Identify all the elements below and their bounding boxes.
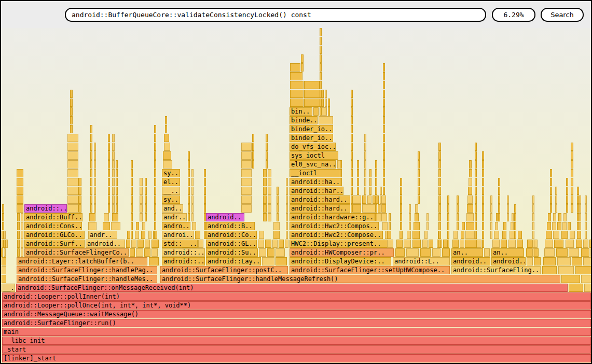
frame-small[interactable] [191,195,194,204]
frame-small[interactable] [375,204,377,213]
frame-small[interactable] [498,187,500,195]
frame[interactable]: __libc_init [2,337,591,345]
frame-small[interactable] [127,231,130,239]
frame-small[interactable] [154,151,156,160]
frame-small[interactable] [571,160,573,169]
frame-small[interactable] [418,195,420,204]
frame-small[interactable] [546,231,552,239]
frame-small[interactable] [557,257,571,265]
frame-small[interactable] [550,195,552,204]
frame-small[interactable] [108,169,110,177]
frame-small[interactable] [475,213,477,221]
frame-small[interactable] [320,107,322,116]
frame-small[interactable] [241,178,252,186]
frame[interactable]: android::hard.. [290,195,350,204]
frame-small[interactable] [328,99,330,107]
frame-small[interactable] [112,160,115,169]
frame-small[interactable] [357,178,359,186]
frame-small[interactable] [164,134,169,142]
frame-small[interactable] [351,178,353,186]
frame-small[interactable] [351,187,353,195]
frame-small[interactable] [482,204,484,213]
frame-small[interactable] [579,204,581,213]
frame-small[interactable] [252,151,254,160]
frame-small[interactable] [112,213,118,221]
frame-small[interactable] [584,284,592,292]
frame-small[interactable] [277,187,279,195]
frame-small[interactable] [514,213,516,221]
frame-small[interactable] [241,143,252,151]
frame-small[interactable] [357,187,359,195]
frame-small[interactable] [364,151,366,160]
frame-small[interactable] [154,222,156,230]
frame-small[interactable] [418,151,420,160]
frame-small[interactable] [383,81,385,89]
frame-small[interactable] [268,178,271,186]
frame-small[interactable] [414,222,420,230]
frame-small[interactable] [387,231,391,239]
frame-small[interactable] [188,151,190,160]
frame-small[interactable] [2,275,6,283]
frame-small[interactable] [88,222,97,230]
frame-small[interactable] [277,204,279,213]
frame-small[interactable] [581,248,589,257]
frame[interactable]: android::SurfaceFlinger::handleMes.. [17,275,157,283]
frame[interactable]: android::SurfaceFlinger::handlePag.. [17,266,157,274]
frame-small[interactable] [70,116,73,124]
frame-small[interactable] [375,169,377,177]
frame-small[interactable] [145,187,147,195]
frame-small[interactable] [475,231,477,239]
frame-small[interactable] [268,169,271,177]
frame[interactable]: android.. [491,257,526,265]
frame-small[interactable] [286,178,288,186]
frame-small[interactable] [351,99,353,107]
frame-small[interactable] [325,107,327,116]
frame-small[interactable] [111,222,120,230]
frame-small[interactable] [188,160,190,169]
frame-small[interactable] [313,107,319,116]
frame[interactable]: android::SurfaceFlinger::run() [2,319,591,327]
frame-small[interactable] [512,213,514,221]
frame-small[interactable] [268,187,271,195]
frame-small[interactable] [144,248,150,257]
frame-small[interactable] [204,178,206,186]
frame[interactable]: andr.. [162,213,187,221]
frame-small[interactable] [2,213,4,221]
frame-small[interactable] [21,222,23,230]
frame-small[interactable] [17,248,20,257]
frame-small[interactable] [131,169,133,177]
frame-small[interactable] [532,222,534,230]
frame-small[interactable] [383,151,385,160]
frame-small[interactable] [566,187,568,195]
frame-small[interactable] [67,195,78,204]
frame-small[interactable] [78,187,81,195]
frame-small[interactable] [400,222,402,230]
frame-small[interactable] [90,143,92,151]
frame[interactable]: binder_io.. [290,134,333,142]
frame-small[interactable] [136,222,139,230]
frame-small[interactable] [585,195,587,204]
frame-small[interactable] [204,187,206,195]
frame-small[interactable] [553,231,559,239]
frame-small[interactable] [555,195,557,204]
frame-small[interactable] [263,213,267,221]
frame-small[interactable] [566,204,568,213]
frame-small[interactable] [432,248,440,257]
frame-small[interactable] [265,240,271,248]
frame-small[interactable] [137,240,144,248]
frame-small[interactable] [2,222,4,230]
frame-small[interactable] [527,257,533,265]
frame-small[interactable] [375,178,377,186]
frame-small[interactable] [465,240,475,248]
frame-small[interactable] [552,222,556,230]
frame-small[interactable] [188,169,190,177]
frame-small[interactable] [188,187,190,195]
frame-small[interactable] [17,222,20,230]
frame-small[interactable] [152,240,159,248]
frame-small[interactable] [136,248,143,257]
frame-small[interactable] [108,134,110,142]
frame-small[interactable] [375,195,377,204]
query-input[interactable]: android::BufferQueueCore::validateConsis… [65,8,486,22]
frame-small[interactable] [266,160,268,169]
frame-small[interactable] [508,240,516,248]
